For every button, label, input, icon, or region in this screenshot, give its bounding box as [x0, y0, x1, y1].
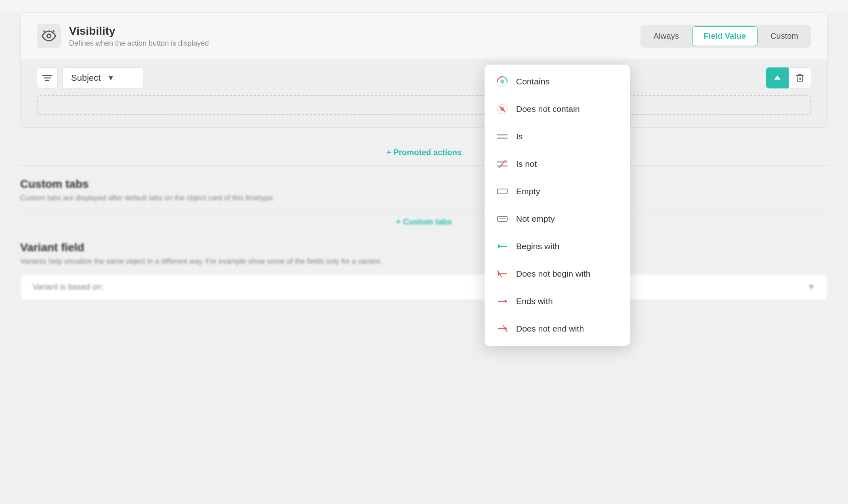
- dropdown-item-ends-with-label: Ends with: [516, 296, 553, 306]
- custom-tabs-section: Custom tabs Custom tabs are displayed af…: [20, 178, 828, 233]
- svg-marker-21: [498, 244, 501, 248]
- variant-field-description: Variants help visualize the same object …: [20, 257, 828, 266]
- does-not-begin-with-icon: [496, 267, 509, 280]
- is-icon: [496, 130, 509, 143]
- svg-marker-6: [774, 76, 781, 80]
- not-empty-icon: [496, 212, 509, 225]
- filter-icon-button[interactable]: [37, 67, 58, 88]
- dropdown-item-contains-label: Contains: [516, 77, 550, 86]
- dropdown-item-does-not-end-with-label: Does not end with: [516, 324, 584, 334]
- custom-tabs-description: Custom tabs are displayed after default …: [20, 194, 828, 202]
- visibility-title: Visibility: [69, 25, 209, 38]
- subject-label: Subject: [71, 73, 101, 83]
- begins-with-icon: [496, 240, 509, 253]
- dropdown-item-is-not[interactable]: Is not: [485, 150, 630, 178]
- svg-line-16: [499, 160, 506, 168]
- visibility-text: Visibility Defines when the action butto…: [69, 25, 209, 48]
- promoted-actions-section: + Promoted actions: [20, 140, 828, 166]
- svg-line-1: [44, 31, 45, 32]
- subject-dropdown-arrow: ▼: [107, 74, 114, 82]
- svg-line-2: [53, 31, 55, 32]
- variant-section: Variant field Variants help visualize th…: [20, 241, 828, 300]
- condition-delete-button[interactable]: [789, 67, 811, 88]
- condition-btn-group: [766, 67, 811, 88]
- condition-dropdown-menu: Contains Does not contain Is: [485, 65, 630, 346]
- dropdown-item-begins-with[interactable]: Begins with: [485, 233, 630, 260]
- always-button[interactable]: Always: [642, 26, 690, 46]
- dropdown-item-is[interactable]: Is: [485, 123, 630, 150]
- dropdown-item-does-not-begin-with-label: Does not begin with: [516, 269, 590, 279]
- dropdown-item-does-not-end-with[interactable]: Does not end with: [485, 315, 630, 342]
- dropdown-item-not-empty[interactable]: Not empty: [485, 205, 630, 233]
- visibility-description: Defines when the action button is displa…: [69, 39, 209, 48]
- dropdown-item-is-not-label: Is not: [516, 159, 537, 169]
- dropdown-item-empty[interactable]: Empty: [485, 178, 630, 205]
- dashed-drop-area: [37, 95, 811, 115]
- visibility-buttons: Always Field Value Custom: [640, 25, 811, 48]
- subject-dropdown[interactable]: Subject ▼: [63, 67, 143, 88]
- variant-based-box: Variant is based on: ▼: [20, 274, 828, 300]
- condition-up-button[interactable]: [766, 67, 789, 88]
- empty-icon: [496, 185, 509, 198]
- visibility-section: Visibility Defines when the action butto…: [20, 12, 828, 128]
- visibility-header: Visibility Defines when the action butto…: [21, 13, 827, 59]
- filter-row: Subject ▼: [37, 67, 811, 88]
- contains-icon: [496, 75, 509, 88]
- custom-button[interactable]: Custom: [759, 26, 810, 46]
- visibility-content: Subject ▼: [21, 59, 827, 127]
- dropdown-item-ends-with[interactable]: Ends with: [485, 288, 630, 315]
- dropdown-item-not-empty-label: Not empty: [516, 214, 555, 224]
- dropdown-item-is-label: Is: [516, 132, 523, 141]
- variant-field-title: Variant field: [20, 241, 828, 254]
- ends-with-icon: [496, 295, 509, 308]
- is-not-icon: [496, 158, 509, 170]
- custom-tabs-title: Custom tabs: [20, 178, 828, 191]
- add-custom-tabs-button[interactable]: + Custom tabs: [396, 217, 452, 227]
- variant-dropdown-arrow: ▼: [807, 282, 815, 292]
- dropdown-item-does-not-begin-with[interactable]: Does not begin with: [485, 260, 630, 288]
- dropdown-item-does-not-contain[interactable]: Does not contain: [485, 95, 630, 123]
- svg-rect-17: [497, 189, 507, 194]
- dropdown-item-begins-with-label: Begins with: [516, 242, 559, 251]
- custom-tabs-add-row: + Custom tabs: [20, 210, 828, 233]
- svg-marker-26: [504, 299, 506, 303]
- does-not-contain-icon: [496, 103, 509, 116]
- add-promoted-actions-button[interactable]: + Promoted actions: [386, 148, 462, 157]
- dropdown-item-contains[interactable]: Contains: [485, 68, 630, 95]
- svg-point-8: [500, 80, 504, 84]
- dropdown-item-empty-label: Empty: [516, 187, 540, 196]
- visibility-icon: [37, 24, 61, 48]
- variant-based-label: Variant is based on:: [33, 282, 103, 292]
- dropdown-item-does-not-contain-label: Does not contain: [516, 104, 580, 114]
- main-container: Visibility Defines when the action butto…: [0, 12, 848, 504]
- field-value-button[interactable]: Field Value: [692, 26, 758, 46]
- svg-point-0: [47, 34, 51, 38]
- does-not-end-with-icon: [496, 322, 509, 335]
- visibility-title-group: Visibility Defines when the action butto…: [37, 24, 209, 48]
